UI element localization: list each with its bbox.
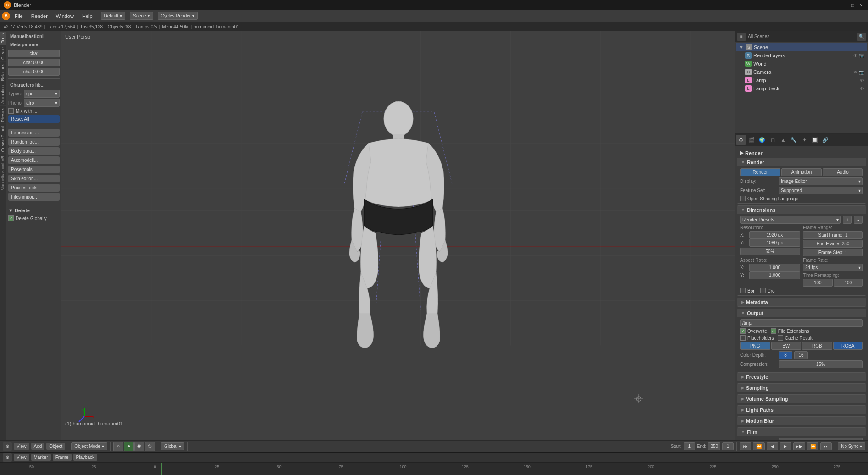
vtab-animation[interactable]: Animation (0, 83, 6, 105)
jump-end-btn[interactable]: ⏭ (820, 442, 832, 450)
timeline-scale[interactable]: -50 -25 0 25 50 75 100 125 150 175 200 2… (0, 463, 868, 475)
menu-window[interactable]: Window (52, 12, 77, 20)
end-frame-input[interactable]: 250 (708, 442, 720, 450)
proxies-tools-btn[interactable]: Proxies tools (8, 184, 60, 192)
props-tab-render[interactable]: ⚙ (736, 135, 746, 145)
render-btn[interactable]: Render (740, 168, 780, 176)
asp-y-value[interactable]: 1.000 (749, 271, 800, 279)
render-section-header[interactable]: ▼ Render (737, 158, 866, 166)
render-presets-dropdown[interactable]: Render Presets ▾ (740, 216, 841, 224)
pheno-dropdown[interactable]: afro▾ (24, 99, 60, 107)
props-tab-scene[interactable]: 🎬 (746, 135, 757, 145)
prev-keyframe-btn[interactable]: ⏪ (753, 442, 764, 450)
play-forward-btn[interactable]: ▶▶ (793, 442, 805, 450)
automodell-btn[interactable]: Automodell... (8, 156, 60, 164)
wireframe-btn[interactable]: ○ (113, 442, 123, 451)
color-depth-8-btn[interactable]: 8 (779, 351, 792, 359)
files-impor-btn[interactable]: Files impor... (8, 193, 60, 201)
scene-dropdown[interactable]: Scene ▾ (130, 12, 153, 20)
cha-input-2[interactable]: cha: 0.000 (8, 59, 60, 66)
start-frame-value[interactable]: Start Frame: 1 (803, 231, 863, 239)
open-shading-checkbox[interactable] (740, 196, 746, 201)
feature-set-dropdown[interactable]: Supported ▾ (779, 187, 863, 194)
cha-input-1[interactable]: cha: (8, 50, 60, 57)
viewport[interactable]: User Persp (61, 31, 735, 440)
render-presets-add-btn[interactable]: + (843, 216, 852, 224)
next-keyframe-btn[interactable]: ⏩ (807, 442, 818, 450)
props-tab-constraints[interactable]: 🔗 (820, 135, 830, 145)
outliner-item-lamp[interactable]: L Lamp 👁 (736, 76, 867, 84)
camera-eye-icon[interactable]: 👁 (853, 70, 858, 75)
color-depth-16-btn[interactable]: 16 (794, 351, 808, 359)
menu-render[interactable]: Render (28, 12, 51, 20)
sync-dropdown[interactable]: No Sync ▾ (838, 442, 865, 450)
output-path[interactable]: /tmp/ (740, 319, 863, 327)
expression-btn[interactable]: Expression ... (8, 129, 60, 137)
placeholders-checkbox[interactable] (740, 335, 746, 341)
vtab-grease[interactable]: Grease Pencil (0, 124, 6, 154)
overwrite-checkbox[interactable]: ✓ (740, 328, 746, 334)
render-engine-dropdown[interactable]: Cycles Render ▾ (158, 12, 198, 20)
end-frame-value[interactable]: End Frame: 250 (803, 240, 863, 248)
transform-orientation-dropdown[interactable]: Global ▾ (161, 442, 184, 450)
random-ge-btn[interactable]: Random ge... (8, 138, 60, 146)
skin-editor-btn[interactable]: Skin editor ... (8, 175, 60, 182)
display-dropdown[interactable]: Image Editor ▾ (779, 177, 863, 185)
maximize-btn[interactable]: □ (850, 2, 856, 8)
audio-btn[interactable]: Audio (823, 168, 863, 176)
reset-all-btn[interactable]: Reset All (8, 115, 60, 123)
animation-btn[interactable]: Animation (781, 168, 822, 176)
solid-btn[interactable]: ● (124, 442, 134, 451)
bor-checkbox[interactable] (740, 288, 746, 293)
lamp-eye-icon[interactable]: 👁 (860, 78, 864, 83)
textured-btn[interactable]: ◉ (134, 442, 144, 451)
outliner-item-scene[interactable]: ▼ S Scene (736, 43, 867, 51)
vtab-relations[interactable]: Relations (0, 61, 6, 83)
menu-file[interactable]: File (11, 12, 27, 20)
file-ext-checkbox[interactable]: ✓ (771, 328, 776, 334)
outliner-item-renderlayers[interactable]: R RenderLayers 👁 📷 (736, 51, 867, 60)
sampling-header[interactable]: ▶ Sampling (737, 384, 866, 392)
outliner-item-camera[interactable]: C Camera 👁 📷 (736, 68, 867, 76)
vtab-manuellab[interactable]: ManuelbastionLAB (0, 154, 6, 193)
camera-cam-icon[interactable]: 📷 (859, 70, 864, 75)
rendered-btn[interactable]: ◎ (145, 442, 155, 451)
view-menu-btn[interactable]: View (14, 443, 29, 450)
bw-btn[interactable]: BW (771, 342, 802, 350)
play-back-btn[interactable]: ◀ (767, 442, 778, 450)
start-frame-input[interactable]: 1 (684, 442, 695, 450)
props-tab-object[interactable]: ◻ (768, 135, 778, 145)
renderlayers-cam-icon[interactable]: 📷 (859, 53, 864, 58)
object-menu-btn[interactable]: Object (46, 443, 65, 450)
props-tab-particles[interactable]: ✦ (799, 135, 809, 145)
compression-value[interactable]: 15% (779, 360, 863, 368)
types-dropdown[interactable]: spe▾ (24, 90, 60, 98)
output-header[interactable]: ▼ Output (737, 309, 866, 317)
outliner-item-world[interactable]: W World (736, 60, 867, 68)
timeline-view-btn[interactable]: View (14, 454, 29, 461)
delete-globally-checkbox[interactable]: ✓ (8, 215, 14, 221)
res-x-value[interactable]: 1920 px (749, 231, 800, 239)
dimensions-header[interactable]: ▼ Dimensions (737, 206, 866, 214)
frame-step-value[interactable]: Frame Step: 1 (803, 249, 863, 256)
object-mode-dropdown[interactable]: Object Mode ▾ (71, 442, 107, 450)
viewport-settings-icon[interactable]: ⚙ (3, 442, 12, 451)
crop-checkbox[interactable] (760, 288, 766, 293)
png-btn[interactable]: PNG (740, 342, 770, 350)
timeline-marker-btn[interactable]: Marker (31, 454, 51, 461)
fps-dropdown[interactable]: 24 fps ▾ (803, 264, 863, 271)
menu-help[interactable]: Help (78, 12, 96, 20)
tr-val-1[interactable]: 100 (803, 279, 833, 287)
outliner-item-lamp-back[interactable]: L Lamp_back 👁 (736, 84, 867, 93)
jump-start-btn[interactable]: ⏮ (740, 442, 751, 450)
delete-section-header[interactable]: ▼ Delete (8, 207, 60, 214)
freestyle-header[interactable]: ▶ Freestyle (737, 373, 866, 381)
res-pct-value[interactable]: 50% (740, 248, 800, 255)
renderlayers-eye-icon[interactable]: 👁 (853, 53, 858, 58)
body-para-btn[interactable]: Body para... (8, 147, 60, 155)
film-header[interactable]: ▼ Film (737, 428, 866, 436)
props-tab-physics[interactable]: 🔲 (810, 135, 820, 145)
props-tab-world[interactable]: 🌍 (757, 135, 767, 145)
outliner-view-btn[interactable]: ≡ (737, 33, 746, 41)
render-presets-remove-btn[interactable]: - (854, 216, 863, 224)
